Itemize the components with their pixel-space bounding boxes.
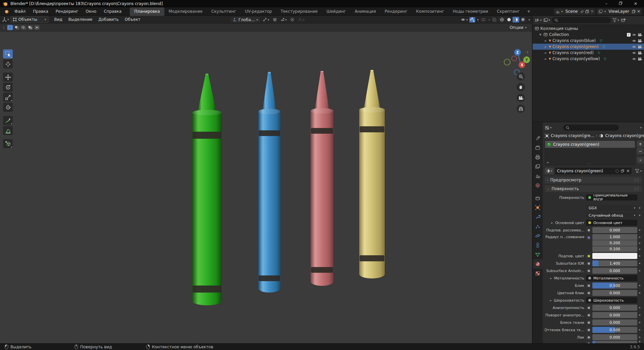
render-camera-icon[interactable]: [638, 39, 642, 43]
node-socket-button[interactable]: [586, 268, 591, 273]
properties-tab-object[interactable]: [533, 203, 543, 212]
render-camera-icon[interactable]: [638, 33, 642, 37]
value-slider[interactable]: 0.000: [592, 227, 637, 233]
properties-tab-constraints[interactable]: [533, 240, 543, 250]
tool-cursor[interactable]: [3, 59, 13, 69]
vector-slider[interactable]: 0.200: [592, 240, 637, 246]
properties-tab-particles[interactable]: [533, 222, 543, 231]
value-slider[interactable]: 0.000: [592, 334, 637, 340]
animate-dot[interactable]: [637, 322, 642, 323]
select-mode-invert[interactable]: [27, 25, 33, 30]
tool-annotate[interactable]: [3, 116, 13, 125]
value-slider[interactable]: [592, 341, 637, 343]
material-name-field[interactable]: Crayons crayon(green) ✕: [555, 168, 632, 174]
xray-toggle[interactable]: [491, 17, 497, 22]
hide-eye-icon[interactable]: [632, 33, 636, 37]
animate-dot[interactable]: [637, 243, 642, 244]
shading-solid-button[interactable]: [505, 17, 512, 23]
add-workspace-button[interactable]: +: [524, 7, 533, 16]
select-mode-intersect[interactable]: [34, 25, 40, 30]
vector-slider[interactable]: 1.000: [592, 234, 637, 240]
properties-tab-modifiers[interactable]: [533, 212, 543, 222]
material-filter-dropdown[interactable]: ▾: [635, 169, 642, 173]
menu-Правка[interactable]: Правка: [29, 7, 52, 16]
slot-expand-icon[interactable]: ►: [547, 161, 549, 164]
expand-icon[interactable]: ►: [544, 45, 547, 48]
perspective-toggle-button[interactable]: [517, 104, 525, 113]
crayon-green[interactable]: [192, 74, 222, 305]
node-socket-button[interactable]: [586, 305, 591, 310]
show-gizmo-toggle[interactable]: [469, 17, 475, 23]
tool-scale[interactable]: [3, 93, 13, 102]
expand-icon[interactable]: ▼: [539, 33, 542, 36]
node-socket-button[interactable]: [586, 253, 591, 259]
restore-button[interactable]: [619, 1, 623, 6]
new-collection-button[interactable]: [621, 18, 626, 23]
outliner-filter-dropdown[interactable]: ▾: [612, 18, 619, 22]
shading-rendered-button[interactable]: [520, 17, 526, 23]
add-slot-button[interactable]: +: [637, 141, 644, 147]
linked-node-field[interactable]: Шероховатость: [586, 297, 637, 303]
slot-specials-dropdown[interactable]: ▾: [637, 157, 644, 163]
outliner-row-Crayons-crayon(blue)[interactable]: ► ▼ Crayons crayon(blue) ▽: [533, 38, 644, 44]
properties-tab-output[interactable]: [533, 152, 543, 162]
node-socket-button[interactable]: [586, 235, 591, 240]
close-button[interactable]: ✕: [634, 1, 637, 6]
value-slider[interactable]: 0.000: [592, 305, 637, 311]
blender-menu-icon[interactable]: [2, 9, 11, 14]
hide-eye-icon[interactable]: [632, 51, 636, 55]
properties-tab-tool[interactable]: [533, 134, 543, 143]
zoom-button[interactable]: [517, 72, 525, 81]
3d-viewport[interactable]: ▾ Объекты ▾ ВидВыделениеДобавитьОбъект Г…: [0, 16, 532, 343]
material-slot-item[interactable]: Crayons crayon(green): [545, 141, 635, 148]
properties-tab-collection[interactable]: [533, 193, 543, 203]
value-slider[interactable]: 0.000: [592, 319, 637, 325]
animate-dot[interactable]: [637, 341, 642, 342]
linked-node-field[interactable]: Металличность: [586, 275, 637, 281]
expand-icon[interactable]: ►: [550, 221, 554, 224]
properties-tab-scene[interactable]: [533, 171, 543, 181]
properties-tab-object-data[interactable]: [533, 250, 543, 259]
menu-Справка[interactable]: Справка: [100, 7, 125, 16]
animate-dot[interactable]: [637, 329, 642, 331]
view-layer-selector[interactable]: ▾ ViewLayer ✕: [597, 8, 642, 15]
menu-Файл[interactable]: Файл: [11, 7, 29, 16]
workspace-tab-Текстурирование[interactable]: Текстурирование: [276, 7, 322, 16]
animate-dot[interactable]: [637, 215, 642, 216]
animate-dot[interactable]: [637, 207, 642, 209]
pivot-point-dropdown[interactable]: ▾: [262, 17, 270, 22]
select-mode-extend[interactable]: [14, 25, 20, 30]
tool-move[interactable]: [3, 73, 13, 82]
copy-icon[interactable]: [585, 10, 589, 13]
workspace-tab-Моделирование[interactable]: Моделирование: [164, 7, 207, 16]
snap-toggle[interactable]: [272, 17, 278, 22]
hide-eye-icon[interactable]: [632, 39, 636, 43]
object-visibility-dropdown[interactable]: ▾: [460, 17, 469, 22]
properties-tab-physics[interactable]: [533, 231, 543, 240]
animate-dot[interactable]: [637, 249, 642, 250]
pin-icon[interactable]: [580, 10, 584, 13]
viewport-menu-Добавить[interactable]: Добавить: [95, 17, 121, 22]
animate-dot[interactable]: [637, 314, 642, 316]
properties-search-input[interactable]: [563, 125, 619, 131]
expand-icon[interactable]: ►: [544, 51, 547, 54]
overlays-dropdown[interactable]: ▾: [488, 18, 491, 22]
outliner-row-Crayons-crayon(yellow)[interactable]: ► ▼ Crayons crayon(yellow) ▽: [533, 56, 644, 62]
crayon-yellow[interactable]: [359, 70, 385, 278]
select-mode-new[interactable]: [7, 25, 13, 30]
shading-material-preview-button[interactable]: [513, 17, 519, 23]
proportional-edit-toggle[interactable]: [289, 17, 295, 22]
preview-panel-header[interactable]: › Предпросмотр ⣿⣿: [545, 177, 642, 183]
workspace-tab-UV-редактор[interactable]: UV-редактор: [240, 7, 276, 16]
tool-measure[interactable]: [3, 126, 13, 135]
breadcrumb-material[interactable]: Crayons crayon(gre...: [605, 133, 644, 138]
surface-panel-header[interactable]: ⌄ Поверхность ⣿⣿: [545, 185, 642, 192]
tool-rotate[interactable]: [3, 83, 13, 92]
menu-Окно[interactable]: Окно: [82, 7, 100, 16]
node-socket-button[interactable]: [586, 320, 591, 325]
copy-icon[interactable]: [632, 10, 636, 13]
workspace-tab-Рендеринг[interactable]: Рендеринг: [380, 7, 412, 16]
properties-tab-render[interactable]: [533, 143, 543, 152]
menu-Рендеринг[interactable]: Рендеринг: [52, 7, 82, 16]
node-socket-button[interactable]: [586, 227, 591, 233]
